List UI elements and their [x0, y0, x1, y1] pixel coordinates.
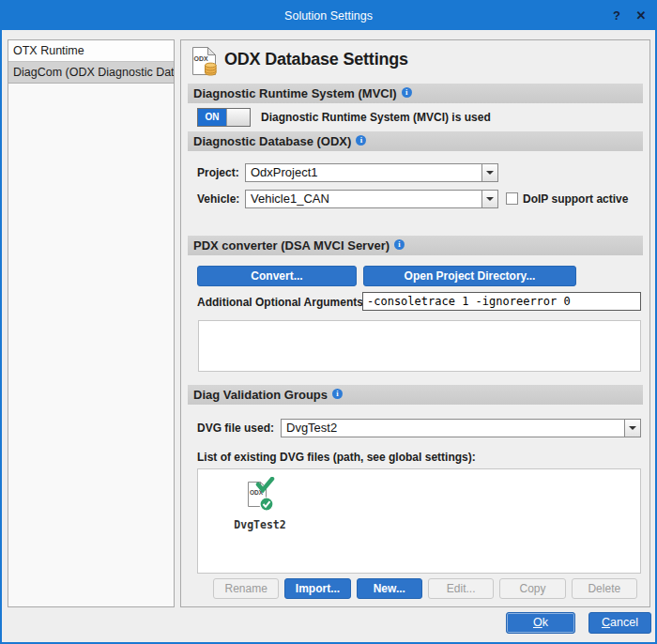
chevron-down-icon[interactable]	[481, 164, 497, 181]
help-button[interactable]: ?	[604, 2, 629, 30]
section-title: Diagnostic Database (ODX)	[193, 134, 351, 148]
toggle-on-label: ON	[198, 109, 226, 126]
sidebar-item-diagcom[interactable]: DiagCom (ODX Diagnostic Data)	[8, 62, 174, 84]
odx-settings-panel: ODX ODX Database Settings Diagnostic Run…	[180, 39, 650, 607]
mvci-toggle[interactable]: ON	[197, 108, 251, 127]
info-icon[interactable]: i	[394, 239, 405, 250]
chevron-down-icon[interactable]	[481, 191, 497, 207]
vehicle-select[interactable]: Vehicle1_CAN	[245, 190, 498, 208]
info-icon[interactable]: i	[356, 135, 366, 146]
dvg-actions: Rename Import... New... Edit... Copy Del…	[213, 578, 637, 599]
chevron-down-icon[interactable]	[624, 420, 640, 437]
info-icon[interactable]: i	[402, 87, 412, 98]
new-button[interactable]: New...	[357, 578, 422, 599]
open-project-directory-button[interactable]: Open Project Directory...	[363, 266, 576, 286]
info-icon[interactable]: i	[332, 389, 343, 399]
section-header-dvg: Diag Validation Groupsi	[188, 385, 643, 405]
delete-button[interactable]: Delete	[572, 578, 637, 599]
project-label: Project:	[197, 163, 239, 182]
dvg-file-value: DvgTest2	[286, 420, 621, 437]
solution-settings-dialog: Solution Settings ? ✕ OTX Runtime DiagCo…	[0, 0, 657, 644]
sidebar-item-otx-runtime[interactable]: OTX Runtime	[8, 40, 174, 62]
vehicle-value: Vehicle1_CAN	[251, 191, 479, 207]
vehicle-label: Vehicle:	[197, 190, 239, 208]
converter-output-area	[198, 320, 641, 372]
close-button[interactable]: ✕	[629, 2, 653, 30]
dvg-file-select[interactable]: DvgTest2	[281, 419, 641, 437]
dvg-list-label: List of existing DVG files (path, see gl…	[197, 451, 476, 464]
ok-mnemonic: O	[533, 616, 542, 629]
rename-button[interactable]: Rename	[213, 578, 279, 599]
copy-button[interactable]: Copy	[499, 578, 565, 599]
toggle-knob[interactable]	[226, 109, 250, 126]
ok-rest: k	[542, 616, 548, 629]
doip-label: DoIP support active	[523, 190, 628, 208]
import-button[interactable]: Import...	[284, 578, 350, 599]
section-title: Diag Validation Groups	[193, 388, 328, 402]
svg-text:ODX: ODX	[194, 55, 209, 62]
convert-button[interactable]: Convert...	[197, 266, 357, 286]
section-title: Diagnostic Runtime System (MVCI)	[193, 86, 397, 100]
page-title: ODX Database Settings	[224, 50, 408, 69]
settings-category-list: OTX Runtime DiagCom (ODX Diagnostic Data…	[8, 39, 175, 607]
titlebar[interactable]: Solution Settings ? ✕	[2, 2, 655, 30]
edit-button[interactable]: Edit...	[428, 578, 494, 599]
project-select[interactable]: OdxProject1	[245, 163, 498, 182]
section-header-pdx: PDX converter (DSA MVCI Server)i	[188, 236, 643, 255]
doip-checkbox[interactable]	[506, 192, 518, 205]
dvg-file-list: ODX DvgTest2	[197, 468, 641, 574]
args-input[interactable]	[362, 292, 641, 311]
odx-file-checked-icon: ODX	[241, 499, 279, 515]
section-header-runtime: Diagnostic Runtime System (MVCI)i	[188, 84, 643, 103]
project-value: OdxProject1	[251, 164, 479, 181]
cancel-button[interactable]: Cancel	[588, 612, 651, 634]
mvci-toggle-caption: Diagnostic Runtime System (MVCI) is used	[261, 108, 491, 127]
cancel-rest: ancel	[610, 616, 638, 629]
section-header-database: Diagnostic Database (ODX)i	[188, 131, 643, 151]
args-label: Additional Optional Arguments:	[197, 293, 367, 312]
section-title: PDX converter (DSA MVCI Server)	[193, 238, 390, 253]
odx-database-file-icon: ODX	[191, 46, 219, 80]
dvg-file-name: DvgTest2	[222, 518, 298, 531]
dvg-file-used-label: DVG file used:	[197, 419, 274, 437]
ok-button[interactable]: Ok	[506, 612, 575, 634]
cancel-mnemonic: C	[602, 616, 610, 629]
dvg-file-item[interactable]: ODX DvgTest2	[222, 477, 298, 531]
window-title: Solution Settings	[2, 2, 655, 30]
